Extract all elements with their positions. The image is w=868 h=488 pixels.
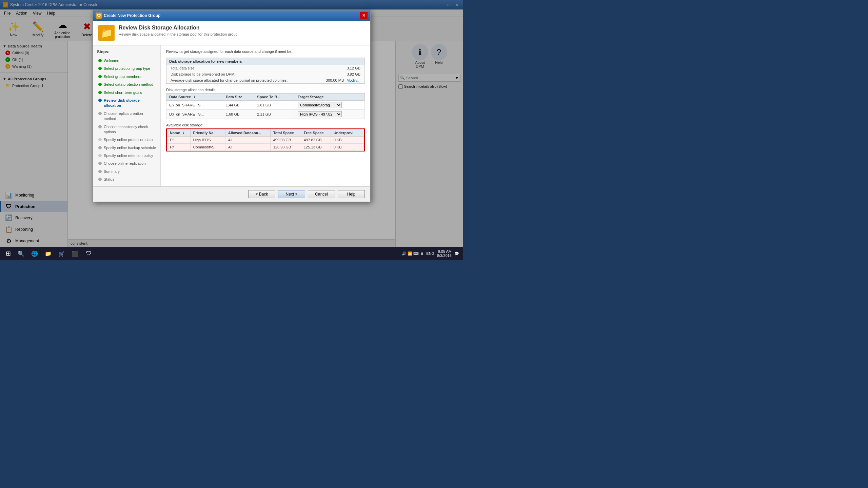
step-dot-short-term (98, 91, 102, 94)
taskbar-explorer-icon[interactable]: 📁 (42, 247, 54, 260)
next-button[interactable]: Next > (278, 190, 305, 198)
step-status: Status (93, 176, 160, 183)
taskbar-edge-icon[interactable]: 🌐 (28, 247, 41, 260)
dialog-header-text: Review Disk Storage Allocation Review di… (119, 25, 238, 36)
total-data-label: Total data size: (171, 66, 195, 70)
detail-table: Data Source / Data Size Space To B... Ta… (166, 93, 365, 119)
detail-row2-source: D:\ on SHARE S... (166, 110, 223, 119)
dialog-title-bar: 🛡 Create New Protection Group ✕ (93, 11, 370, 21)
dialog-footer: < Back Next > Cancel Help (93, 186, 370, 202)
taskbar-store-icon[interactable]: 🛒 (56, 247, 68, 260)
avail-col-name: Name / (167, 129, 191, 137)
dialog-header: 📁 Review Disk Storage Allocation Review … (93, 21, 370, 45)
available-table: Name / Friendly Na... Allowed Datasou...… (167, 129, 364, 151)
taskbar-search-button[interactable]: 🔍 (15, 247, 27, 260)
step-replica-creation: Choose replica creation method (93, 110, 160, 123)
steps-title: Steps: (93, 48, 160, 57)
step-consistency-check: Choose consistency check options (93, 123, 160, 136)
step-online-protection: Specify online protection data (93, 136, 160, 144)
info-text: Review target storage assigned for each … (166, 49, 365, 54)
step-dot-status (98, 178, 102, 181)
step-dot-online-protection (98, 138, 102, 141)
total-data-value: 3.12 GB (347, 66, 360, 70)
step-dot-protection-type (98, 67, 102, 70)
dialog-header-title: Review Disk Storage Allocation (119, 25, 238, 31)
notification-icon[interactable]: 💬 (454, 251, 459, 256)
detail-row1-size: 1.44 GB (223, 101, 254, 110)
avail-row2-friendly: CommodityS... (190, 144, 225, 151)
cancel-button[interactable]: Cancel (308, 190, 335, 198)
dialog-title: Create New Protection Group (104, 13, 160, 18)
system-icons: 🔊 📶 ⌨ 🖥 (402, 251, 423, 256)
col-data-size: Data Size (223, 94, 254, 101)
step-dot-replica (98, 112, 102, 115)
table-row: E:\ on SHARE S... 1.44 GB 1.81 GB Commod… (166, 101, 365, 110)
step-group-members: Select group members (93, 73, 160, 81)
step-online-replication: Choose online replication (93, 160, 160, 167)
target-storage-select-1[interactable]: CommodityStorag High IPOS - 497.82 (298, 102, 342, 108)
step-disk-storage: Review disk storage allocation (93, 97, 160, 110)
avail-col-friendly: Friendly Na... (190, 129, 225, 137)
col-data-source: Data Source / (166, 94, 223, 101)
steps-panel: Steps: Welcome Select protection group t… (93, 45, 161, 186)
available-section-label: Available disk storage: (166, 123, 365, 127)
step-dot-consistency (98, 125, 102, 128)
avail-row1-free: 497.82 GB (301, 137, 331, 144)
step-protection-type: Select protection group type (93, 65, 160, 73)
start-button[interactable]: ⊞ (1, 247, 15, 260)
detail-row2-space: 2.11 GB (254, 110, 295, 119)
step-dot-disk-storage (98, 99, 102, 102)
step-data-protection: Select data protection method (93, 81, 160, 88)
modal-overlay: 🛡 Create New Protection Group ✕ 📁 Review… (0, 0, 463, 260)
target-storage-select-2[interactable]: High IPOS - 497.82 CommodityStorag (298, 111, 342, 117)
back-button[interactable]: < Back (248, 190, 275, 198)
taskbar-clock: 9:05 AM 8/3/2016 (437, 249, 452, 258)
detail-row1-source: E:\ on SHARE S... (166, 101, 223, 110)
detail-row1-target: CommodityStorag High IPOS - 497.82 (295, 101, 364, 110)
avail-row2-free: 125.13 GB (301, 144, 331, 151)
disk-storage-value: 3.92 GB (347, 72, 360, 76)
col-target-storage: Target Storage (295, 94, 364, 101)
avail-row1-allowed: All (225, 137, 270, 144)
step-dot-online-rep (98, 162, 102, 165)
step-dot-welcome (98, 59, 102, 62)
avail-row2-allowed: All (225, 144, 270, 151)
step-dot-summary (98, 170, 102, 173)
help-button[interactable]: Help (338, 190, 365, 198)
modify-link[interactable]: Modify... (347, 78, 360, 82)
step-dot-group-members (98, 75, 102, 78)
step-short-term: Select short-term goals (93, 89, 160, 97)
available-table-wrapper: Name / Friendly Na... Allowed Datasou...… (166, 128, 365, 151)
detail-section-label: Disk storage allocation details: (166, 88, 365, 92)
table-row: E:\ High IPOS All 499.93 GB 497.82 GB 0 … (167, 137, 364, 144)
taskbar-pinned-apps: 🌐 📁 🛒 ⬛ 🛡 (28, 247, 95, 260)
table-row: F:\ CommodityS... All 126.93 GB 125.13 G… (167, 144, 364, 151)
avail-row1-name: E:\ (167, 137, 191, 144)
detail-row1-space: 1.81 GB (254, 101, 295, 110)
taskbar-dpm-icon[interactable]: 🛡 (83, 247, 95, 260)
step-dot-data-protection (98, 83, 102, 86)
taskbar-powershell-icon[interactable]: ⬛ (69, 247, 81, 260)
allocation-box-title: Disk storage allocation for new members (166, 58, 364, 65)
avail-row1-under: 0 KB (331, 137, 364, 144)
dialog-header-description: Review disk space allocated in the stora… (119, 32, 238, 36)
taskbar: ⊞ 🔍 🌐 📁 🛒 ⬛ 🛡 🔊 📶 ⌨ 🖥 ENG 9:05 AM 8/3/20… (0, 247, 463, 260)
dialog-content: Review target storage assigned for each … (161, 45, 370, 186)
avg-disk-label: Average disk space allocated for change … (171, 78, 288, 82)
step-dot-retention (98, 154, 102, 157)
dialog-body: Steps: Welcome Select protection group t… (93, 45, 370, 186)
avg-disk-value: 300.00 MB (326, 78, 344, 82)
detail-row2-size: 1.68 GB (223, 110, 254, 119)
disk-storage-row: Disk storage to be provisoned on DPM: 3.… (166, 71, 364, 77)
avail-row1-friendly: High IPOS (190, 137, 225, 144)
language-indicator: ENG (426, 251, 434, 256)
dialog-close-button[interactable]: ✕ (360, 12, 368, 19)
avg-disk-row: Average disk space allocated for change … (166, 77, 364, 83)
taskbar-right: 🔊 📶 ⌨ 🖥 ENG 9:05 AM 8/3/2016 💬 (402, 249, 462, 258)
table-row: D:\ on SHARE S... 1.68 GB 2.11 GB High I… (166, 110, 365, 119)
detail-row2-target: High IPOS - 497.82 CommodityStorag (295, 110, 364, 119)
avail-col-allowed: Allowed Datasou... (225, 129, 270, 137)
dialog-title-icon: 🛡 (96, 13, 102, 19)
allocation-box: Disk storage allocation for new members … (166, 58, 365, 84)
create-protection-group-dialog: 🛡 Create New Protection Group ✕ 📁 Review… (93, 10, 371, 202)
